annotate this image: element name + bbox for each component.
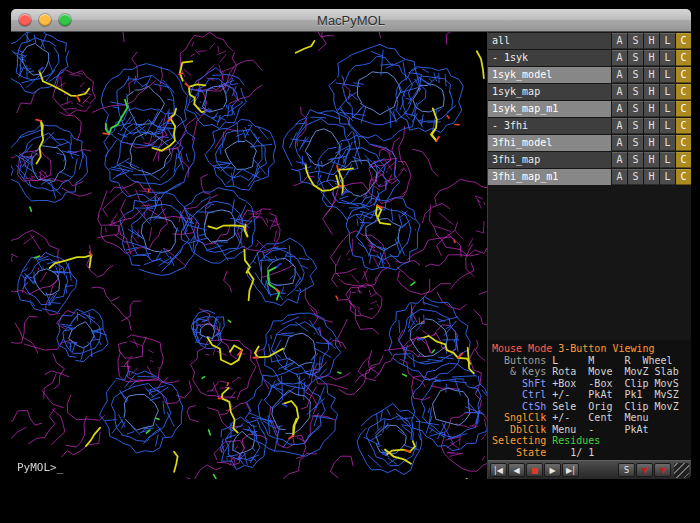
object-actions: ASHLC [611,50,691,66]
hide-button[interactable]: H [644,67,659,83]
object-name[interactable]: - 1syk [488,50,611,66]
dblclk-line[interactable]: DblClk Menu - PkAt [492,424,687,436]
object-name[interactable]: 1syk_model [488,67,611,83]
label-button[interactable]: L [660,33,675,49]
label-button[interactable]: L [660,152,675,168]
object-row-3fhi-map: 3fhi_mapASHLC [488,152,691,168]
object-row-1syk-map: 1syk_mapASHLC [488,84,691,100]
object-name[interactable]: 1syk_map [488,84,611,100]
play-button[interactable]: ▶ [544,463,561,477]
resize-grip-icon[interactable] [674,463,689,478]
window-title: MacPyMOL [317,13,385,28]
scene-menu-button[interactable]: ▼ [636,463,653,477]
color-button[interactable]: C [676,135,691,151]
label-button[interactable]: L [660,67,675,83]
snglclk-line[interactable]: SnglClk +/- Cent Menu [492,412,687,424]
label-button[interactable]: L [660,118,675,134]
action-button[interactable]: A [612,152,627,168]
object-row-3fhi-model: 3fhi_modelASHLC [488,135,691,151]
object-row-all: allASHLC [488,33,691,49]
object-actions: ASHLC [611,33,691,49]
panel-spacer [488,186,691,340]
object-row-1syk: - 1sykASHLC [488,50,691,66]
color-button[interactable]: C [676,169,691,185]
molecular-viewport[interactable] [11,32,487,479]
color-button[interactable]: C [676,67,691,83]
show-button[interactable]: S [628,67,643,83]
object-name[interactable]: 3fhi_map [488,152,611,168]
state-line[interactable]: State 1/ 1 [492,447,687,459]
action-button[interactable]: A [612,135,627,151]
color-button[interactable]: C [676,84,691,100]
movie-menu-button[interactable]: ▼ [654,463,671,477]
control-panel: allASHLC- 1sykASHLC1syk_modelASHLC1syk_m… [487,32,691,479]
action-button[interactable]: A [612,84,627,100]
hide-button[interactable]: H [644,135,659,151]
ctrl-line[interactable]: Ctrl +/- PkAt Pk1 MvSZ [492,389,687,401]
show-button[interactable]: S [628,84,643,100]
hide-button[interactable]: H [644,169,659,185]
hide-button[interactable]: H [644,152,659,168]
object-actions: ASHLC [611,135,691,151]
title-bar[interactable]: MacPyMOL [11,9,691,32]
object-actions: ASHLC [611,152,691,168]
scene-button[interactable]: S [618,463,635,477]
object-actions: ASHLC [611,67,691,83]
object-name[interactable]: - 3fhi [488,118,611,134]
step-back-button[interactable]: ◀ [508,463,525,477]
stop-button[interactable]: ■ [526,463,543,477]
minimize-button[interactable] [39,14,51,26]
hide-button[interactable]: H [644,84,659,100]
label-button[interactable]: L [660,101,675,117]
desktop: MacPyMOL PyMOL>_ allASHLC- 1sykASHLC1syk… [0,0,700,523]
shift-line[interactable]: ShFt +Box -Box Clip MovS [492,378,687,390]
object-name[interactable]: all [488,33,611,49]
action-button[interactable]: A [612,101,627,117]
zoom-button[interactable] [59,14,71,26]
action-button[interactable]: A [612,50,627,66]
close-button[interactable] [19,14,31,26]
color-button[interactable]: C [676,118,691,134]
label-button[interactable]: L [660,135,675,151]
object-row-3fhi: - 3fhiASHLC [488,118,691,134]
hide-button[interactable]: H [644,118,659,134]
command-prompt[interactable]: PyMOL>_ [17,461,63,474]
object-actions: ASHLC [611,84,691,100]
object-name[interactable]: 3fhi_map_m1 [488,169,611,185]
go-to-end-button[interactable]: ▶| [562,463,579,477]
color-button[interactable]: C [676,33,691,49]
mouse-mode-line[interactable]: Mouse Mode 3-Button Viewing [492,343,687,355]
buttons-header-line[interactable]: Buttons L M R Wheel [492,355,687,367]
hide-button[interactable]: H [644,50,659,66]
keys-line[interactable]: & Keys Rota Move MovZ Slab [492,366,687,378]
action-button[interactable]: A [612,33,627,49]
show-button[interactable]: S [628,50,643,66]
label-button[interactable]: L [660,84,675,100]
show-button[interactable]: S [628,135,643,151]
show-button[interactable]: S [628,152,643,168]
window-controls [19,14,71,26]
mouse-panel: Mouse Mode 3-Button Viewing Buttons L M … [488,340,691,460]
show-button[interactable]: S [628,33,643,49]
color-button[interactable]: C [676,50,691,66]
action-button[interactable]: A [612,67,627,83]
label-button[interactable]: L [660,169,675,185]
show-button[interactable]: S [628,118,643,134]
hide-button[interactable]: H [644,33,659,49]
object-name[interactable]: 3fhi_model [488,135,611,151]
object-row-1syk-model: 1syk_modelASHLC [488,67,691,83]
label-button[interactable]: L [660,50,675,66]
action-button[interactable]: A [612,169,627,185]
selecting-mode-line[interactable]: Selecting Residues [492,435,687,447]
action-button[interactable]: A [612,118,627,134]
ctsh-line[interactable]: CtSh Sele Orig Clip MovZ [492,401,687,413]
go-to-start-button[interactable]: |◀ [490,463,507,477]
hide-button[interactable]: H [644,101,659,117]
color-button[interactable]: C [676,101,691,117]
show-button[interactable]: S [628,169,643,185]
object-actions: ASHLC [611,101,691,117]
color-button[interactable]: C [676,152,691,168]
show-button[interactable]: S [628,101,643,117]
object-row-3fhi-map-m1: 3fhi_map_m1ASHLC [488,169,691,185]
object-name[interactable]: 1syk_map_m1 [488,101,611,117]
